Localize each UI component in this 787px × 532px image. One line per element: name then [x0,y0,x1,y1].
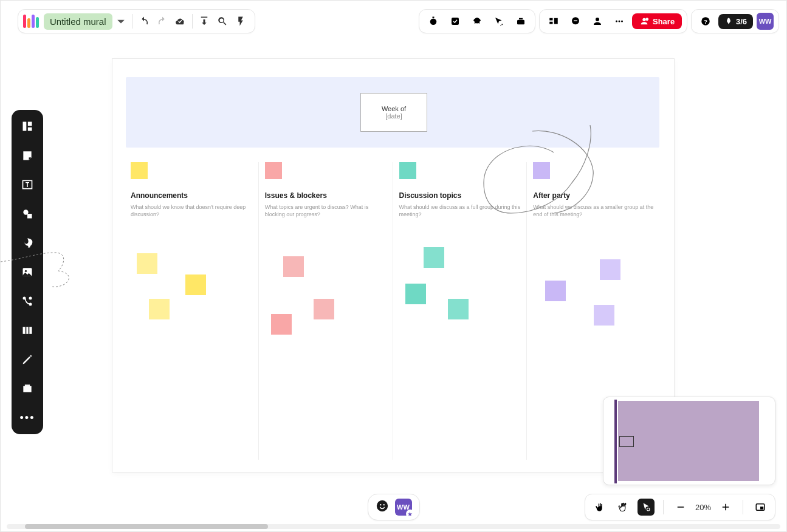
user-avatar[interactable]: WW [757,13,774,30]
quick-action-button[interactable] [232,12,250,30]
summon-icon[interactable] [490,12,508,30]
column-title: Announcements [131,191,252,200]
host-star-icon: ★ [406,510,414,518]
column-title: After party [533,191,655,200]
sticky-note[interactable] [314,299,334,319]
presentation-icon[interactable] [512,12,530,30]
sticky-note[interactable] [283,256,304,277]
svg-rect-26 [27,214,32,219]
files-icon[interactable] [18,380,36,398]
shapes-icon[interactable] [18,205,36,223]
svg-rect-41 [678,506,684,508]
svg-rect-22 [28,128,32,131]
reactions-button[interactable] [376,499,389,516]
cloud-sync-icon[interactable] [171,12,190,30]
week-of-box[interactable]: Week of [date] [360,93,427,132]
templates-icon[interactable] [18,117,36,135]
sticky-note-icon[interactable] [18,146,36,165]
tools-toolbar: T ••• [12,110,43,434]
frameworks-icon[interactable] [18,321,36,339]
mural-logo[interactable] [23,15,39,28]
export-button[interactable] [195,12,213,30]
sticky-note[interactable] [149,299,170,319]
svg-text:T: T [26,182,29,188]
pointer-tool-icon[interactable] [638,499,655,516]
svg-rect-43 [725,504,726,511]
cursor-mode-icon[interactable] [614,499,631,516]
minimap-toggle-icon[interactable] [752,499,769,516]
svg-point-37 [376,500,387,511]
zoom-in-button[interactable] [717,499,734,516]
onboarding-count: 3/6 [736,17,747,26]
horizontal-scrollbar[interactable] [7,524,780,529]
private-mode-icon[interactable] [468,12,486,30]
sticky-note[interactable] [137,253,157,274]
svg-rect-45 [760,506,763,510]
svg-rect-7 [549,18,552,21]
text-icon[interactable]: T [18,176,36,194]
collab-toolbar: Share [539,9,687,33]
column-subtitle: What should we discuss as a smaller grou… [533,203,655,218]
svg-point-4 [500,25,501,26]
topbar-left: Untitled mural [18,9,255,33]
column-title: Discussion topics [399,191,521,200]
people-icon[interactable] [588,12,607,30]
presence-avatar[interactable]: WW ★ [395,499,412,516]
title-dropdown[interactable] [112,13,129,30]
svg-rect-9 [554,18,558,24]
sticky-note[interactable] [594,305,614,326]
board-columns: Announcements What should we know that d… [125,162,661,460]
sticky-note[interactable] [545,281,566,301]
column-swatch [131,162,148,179]
ai-icon[interactable] [18,234,36,252]
account-toolbar: ? 3/6 WW [691,9,779,33]
sticky-note[interactable] [405,284,426,304]
svg-point-17 [646,18,648,21]
column-subtitle: What should we discuss as a full group d… [399,203,521,218]
svg-rect-35 [23,386,31,392]
draw-icon[interactable] [18,350,36,369]
undo-button[interactable] [135,12,153,30]
sticky-note[interactable] [448,299,469,319]
minimap-viewport[interactable] [619,436,634,447]
svg-point-12 [596,18,599,21]
outline-icon[interactable] [545,12,563,30]
search-button[interactable] [213,12,232,30]
svg-text:?: ? [704,18,707,25]
week-line2: [date] [385,112,402,120]
svg-rect-20 [23,122,27,131]
sticky-note[interactable] [185,275,206,295]
svg-rect-11 [574,21,577,22]
sticky-note[interactable] [600,259,620,280]
comments-icon[interactable] [566,12,585,30]
mural-title[interactable]: Untitled mural [44,13,112,30]
svg-point-31 [29,297,32,300]
column-title: Issues & blockers [265,191,387,200]
svg-point-15 [621,21,623,22]
sticky-note[interactable] [271,314,292,335]
facilitation-toolbar [419,9,535,33]
svg-point-0 [430,19,437,26]
minimap[interactable] [603,397,775,485]
zoom-out-button[interactable] [672,499,689,516]
svg-rect-8 [549,22,552,24]
svg-point-40 [647,508,650,511]
more-tools-icon[interactable]: ••• [18,409,36,427]
connector-icon[interactable] [18,292,36,310]
svg-point-3 [501,24,503,25]
timer-icon[interactable] [424,12,442,30]
svg-rect-36 [25,384,30,386]
column-issues: Issues & blockers What topics are urgent… [259,162,393,460]
canvas-board[interactable]: Week of [date] Announcements What should… [112,59,674,472]
more-options-icon[interactable] [610,12,628,30]
share-button[interactable]: Share [632,13,682,29]
image-icon[interactable] [18,263,36,281]
help-icon[interactable]: ? [696,12,715,30]
hand-tool-icon[interactable] [591,499,608,516]
zoom-level[interactable]: 20% [695,503,711,512]
column-swatch [399,162,416,179]
redo-button[interactable] [153,12,171,30]
vote-icon[interactable] [446,12,464,30]
sticky-note[interactable] [424,247,444,268]
onboarding-chip[interactable]: 3/6 [718,14,753,29]
